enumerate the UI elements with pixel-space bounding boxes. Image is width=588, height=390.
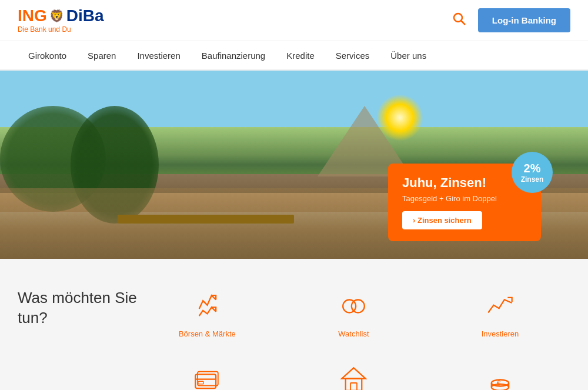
action-bauen[interactable]: Bauen oder kaufen [283, 356, 424, 390]
watchlist-icon-svg [338, 290, 370, 322]
search-button[interactable] [452, 12, 466, 29]
svg-point-3 [352, 299, 365, 312]
svg-rect-7 [198, 381, 203, 384]
boersen-icon [189, 288, 225, 324]
nav-item-baufinanzierung[interactable]: Baufinanzierung [191, 41, 276, 70]
girokonto-icon [189, 362, 225, 390]
watchlist-label: Watchlist [338, 329, 369, 338]
action-girokonto[interactable]: Girokonto eröffnen [137, 356, 278, 390]
promo-title: Juhu, Zinsen! [402, 175, 527, 191]
nav-item-sparen[interactable]: Sparen [77, 41, 126, 70]
login-button[interactable]: Log-in Banking [478, 8, 570, 32]
action-finanzieren[interactable]: € Finanzieren [430, 356, 570, 390]
markets-icon-svg [191, 290, 223, 322]
logo-sub: Die Bank und Du [18, 25, 71, 34]
nav-item-ueber-uns[interactable]: Über uns [380, 41, 437, 70]
nav-item-girokonto[interactable]: Girokonto [18, 41, 77, 70]
invest-icon-svg [484, 290, 516, 322]
nav-item-kredite[interactable]: Kredite [276, 41, 325, 70]
giro-icon-svg [191, 364, 223, 391]
bauen-icon [336, 362, 371, 390]
finance-icon-svg: € [484, 364, 516, 391]
promo-subtitle: Tagesgeld + Giro im Doppel [402, 194, 527, 203]
finanzieren-icon: € [482, 362, 517, 390]
svg-line-1 [461, 21, 465, 25]
logo-area: ING 🦁 DiBa Die Bank und Du [18, 8, 104, 34]
investieren-icon [482, 288, 517, 324]
svg-point-0 [454, 14, 462, 22]
investieren-label: Investieren [482, 329, 519, 338]
svg-rect-10 [350, 383, 357, 391]
promo-badge: 2% Zinsen [512, 152, 553, 193]
action-watchlist[interactable]: Watchlist [283, 282, 424, 344]
actions-title-line1: Was möchten Sie [18, 289, 137, 306]
header: ING 🦁 DiBa Die Bank und Du Log-in Bankin… [0, 0, 588, 41]
promo-cta-button[interactable]: › Zinsen sichern [402, 211, 482, 229]
hero-banner: 2% Zinsen Juhu, Zinsen! Tagesgeld + Giro… [0, 71, 588, 259]
promo-badge-label: Zinsen [521, 175, 544, 184]
svg-text:€: € [497, 379, 500, 386]
dock [118, 215, 294, 224]
header-right: Log-in Banking [452, 8, 570, 32]
action-investieren[interactable]: Investieren [430, 282, 570, 344]
logo-diba-text: DiBa [66, 8, 104, 24]
actions-label: Was möchten Sie tun? [18, 282, 137, 328]
promo-card: 2% Zinsen Juhu, Zinsen! Tagesgeld + Giro… [388, 164, 541, 241]
lion-icon: 🦁 [49, 10, 64, 22]
logo: ING 🦁 DiBa [18, 8, 104, 24]
main-nav: Girokonto Sparen Investieren Baufinanzie… [0, 41, 588, 71]
svg-marker-8 [342, 368, 365, 378]
actions-title-line2: tun? [18, 309, 48, 326]
boersen-label: Börsen & Märkte [179, 329, 236, 338]
nav-item-investieren[interactable]: Investieren [126, 41, 191, 70]
actions-grid: Börsen & Märkte Watchlist Investieren [137, 282, 570, 390]
svg-rect-9 [346, 378, 362, 390]
actions-section: Was möchten Sie tun? Börsen & Märkte [0, 259, 588, 390]
search-icon [452, 12, 466, 26]
nav-item-services[interactable]: Services [325, 41, 380, 70]
house-icon-svg [338, 364, 370, 391]
watchlist-icon [336, 288, 371, 324]
logo-ing-text: ING [18, 8, 47, 24]
action-boersen[interactable]: Börsen & Märkte [137, 282, 278, 344]
promo-percent: 2% [524, 161, 541, 175]
